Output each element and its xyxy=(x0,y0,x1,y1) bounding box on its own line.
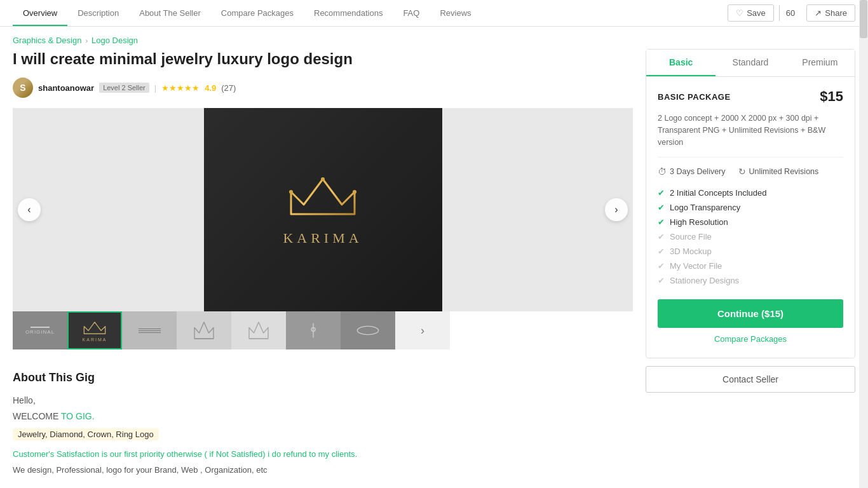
gig-desc-tags: Jewelry, Diamond, Crown, Ring Logo xyxy=(13,427,633,442)
tab-standard[interactable]: Standard xyxy=(715,50,785,76)
thumbnail-2[interactable]: KARIMA xyxy=(67,311,122,349)
share-icon: ↗ xyxy=(815,8,822,18)
crown-logo-svg xyxy=(285,173,361,224)
svg-marker-0 xyxy=(291,179,355,214)
nav-description[interactable]: Description xyxy=(67,0,129,26)
thumbnail-6[interactable] xyxy=(286,311,341,349)
heart-icon: ♡ xyxy=(736,8,743,18)
feature-label-2: Logo Transparency xyxy=(670,203,740,212)
package-meta: ⏱ 3 Days Delivery ↻ Unlimited Revisions xyxy=(658,166,843,177)
thumbnail-4[interactable] xyxy=(177,311,231,349)
thumbnail-3[interactable] xyxy=(122,311,177,349)
nav-links: Overview Description About The Seller Co… xyxy=(13,0,482,26)
svg-point-3 xyxy=(353,190,356,194)
continue-button[interactable]: Continue ($15) xyxy=(658,299,843,328)
check-icon-1: ✔ xyxy=(658,188,665,198)
top-nav: Overview Description About The Seller Co… xyxy=(0,0,868,27)
thumbnail-7[interactable] xyxy=(341,311,395,349)
gig-description: Hello, WELCOME TO GIG. Jewelry, Diamond,… xyxy=(13,393,633,477)
refresh-icon: ↻ xyxy=(738,166,746,177)
separator: | xyxy=(154,83,156,93)
nav-recommendations[interactable]: Recommendations xyxy=(304,0,393,26)
main-image: KARIMA xyxy=(204,108,442,311)
nav-compare-packages[interactable]: Compare Packages xyxy=(211,0,304,26)
package-features: ✔ 2 Initial Concepts Included ✔ Logo Tra… xyxy=(658,186,843,288)
scrollbar-thumb[interactable] xyxy=(860,0,867,38)
gig-title: I will create minimal jewelry luxury log… xyxy=(13,49,633,69)
feature-3: ✔ High Resolution xyxy=(658,215,843,229)
package-panel: Basic Standard Premium BASIC PACKAGE $15… xyxy=(646,49,855,358)
review-count: (27) xyxy=(221,83,236,93)
scrollbar[interactable] xyxy=(859,0,868,488)
nav-actions: ♡ Save 60 ↗ Share xyxy=(728,4,855,22)
feature-4: ✔ Source File xyxy=(658,229,843,244)
tag-highlight: Jewelry, Diamond, Crown, Ring Logo xyxy=(13,428,159,440)
package-body: BASIC PACKAGE $15 2 Logo concept + 2000 … xyxy=(646,77,855,358)
right-column: Basic Standard Premium BASIC PACKAGE $15… xyxy=(646,49,855,477)
delivery-info: ⏱ 3 Days Delivery xyxy=(658,166,726,177)
gig-desc-welcome: WELCOME TO GIG. xyxy=(13,409,633,423)
about-gig-section: About This Gig Hello, WELCOME TO GIG. Je… xyxy=(13,358,633,477)
nav-about-seller[interactable]: About The Seller xyxy=(129,0,211,26)
seller-level-badge: Level 2 Seller xyxy=(99,83,149,93)
image-gallery: ‹ xyxy=(13,108,633,349)
clock-icon: ⏱ xyxy=(658,166,667,177)
design-text: We design, Professional, logo for your B… xyxy=(13,464,633,477)
breadcrumb-subcategory[interactable]: Logo Design xyxy=(92,36,138,45)
avatar: S xyxy=(13,78,33,98)
karima-brand-text: KARIMA xyxy=(283,230,362,247)
feature-label-6: My Vector File xyxy=(670,261,722,271)
check-icon-3: ✔ xyxy=(658,217,665,227)
feature-1: ✔ 2 Initial Concepts Included xyxy=(658,186,843,200)
contact-seller-button[interactable]: Contact Seller xyxy=(646,366,855,393)
about-gig-title: About This Gig xyxy=(13,371,633,384)
next-image-button[interactable]: › xyxy=(605,198,628,221)
prev-image-button[interactable]: ‹ xyxy=(18,198,41,221)
satisfaction-text: Customer's Satisfaction is our first pri… xyxy=(13,448,633,461)
feature-2: ✔ Logo Transparency xyxy=(658,200,843,215)
check-icon-2: ✔ xyxy=(658,203,665,212)
thumbnail-more[interactable]: › xyxy=(395,311,450,349)
feature-label-7: Stationery Designs xyxy=(670,276,739,285)
seller-info: S shantoanowar Level 2 Seller | ★★★★★ 4.… xyxy=(13,78,633,98)
package-description: 2 Logo concept + 2000 X 2000 px + 300 dp… xyxy=(658,112,843,158)
svg-marker-5 xyxy=(84,322,105,334)
gig-desc-hello: Hello, xyxy=(13,393,633,407)
compare-packages-link[interactable]: Compare Packages xyxy=(658,334,843,346)
package-header: BASIC PACKAGE $15 xyxy=(658,88,843,105)
feature-7: ✔ Stationery Designs xyxy=(658,273,843,288)
save-button[interactable]: ♡ Save xyxy=(728,4,774,22)
nav-reviews[interactable]: Reviews xyxy=(430,0,481,26)
breadcrumb-separator: › xyxy=(85,37,88,44)
feature-label-5: 3D Mockup xyxy=(670,247,712,256)
cross-icon-4: ✔ xyxy=(658,232,665,241)
package-tabs: Basic Standard Premium xyxy=(646,50,855,77)
welcome-link[interactable]: TO GIG. xyxy=(61,411,95,421)
svg-point-1 xyxy=(289,190,293,194)
cross-icon-6: ✔ xyxy=(658,261,665,271)
tab-premium[interactable]: Premium xyxy=(785,50,855,76)
package-price: $15 xyxy=(820,88,843,105)
thumbnail-5[interactable] xyxy=(231,311,286,349)
feature-5: ✔ 3D Mockup xyxy=(658,244,843,259)
left-column: I will create minimal jewelry luxury log… xyxy=(13,49,633,477)
svg-marker-7 xyxy=(194,322,214,339)
share-button[interactable]: ↗ Share xyxy=(806,4,855,22)
revisions-info: ↻ Unlimited Revisions xyxy=(738,166,819,177)
cross-icon-7: ✔ xyxy=(658,276,665,285)
feature-6: ✔ My Vector File xyxy=(658,259,843,273)
tab-basic[interactable]: Basic xyxy=(646,50,715,76)
nav-faq[interactable]: FAQ xyxy=(393,0,430,26)
nav-overview[interactable]: Overview xyxy=(13,0,67,26)
feature-label-3: High Resolution xyxy=(670,217,728,227)
thumbnails-row: ORIGINAL KARIMA xyxy=(13,311,633,349)
thumbnail-1[interactable]: ORIGINAL xyxy=(13,311,67,349)
svg-point-2 xyxy=(321,177,325,181)
seller-name[interactable]: shantoanowar xyxy=(38,83,94,93)
feature-label-1: 2 Initial Concepts Included xyxy=(670,188,766,198)
main-image-container: ‹ xyxy=(13,108,633,311)
star-rating: ★★★★★ xyxy=(161,83,200,93)
main-layout: I will create minimal jewelry luxury log… xyxy=(0,49,868,488)
breadcrumb-category[interactable]: Graphics & Design xyxy=(13,36,81,45)
svg-marker-9 xyxy=(249,322,268,339)
